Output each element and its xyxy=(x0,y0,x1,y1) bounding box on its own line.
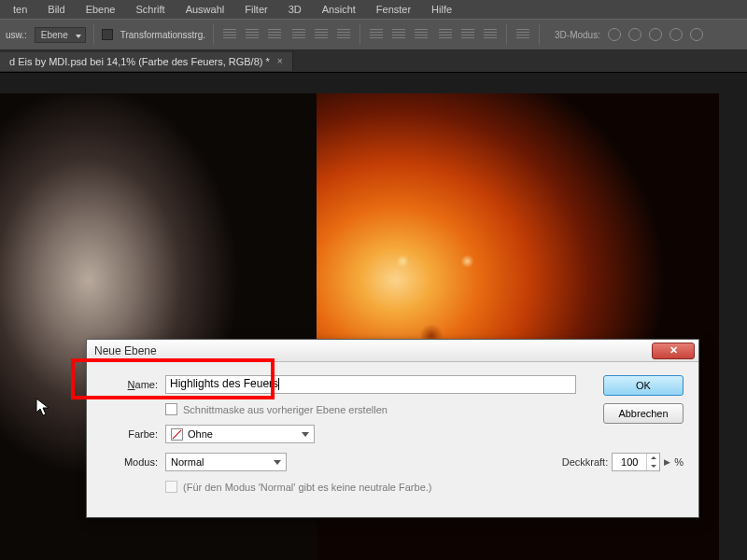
roll-3d-icon[interactable] xyxy=(628,28,641,41)
mode3d-label: 3D-Modus: xyxy=(555,30,600,40)
name-value: Highlights des Feuers xyxy=(170,377,278,390)
distribute-top-icon[interactable] xyxy=(368,26,385,43)
distribute-bottom-icon[interactable] xyxy=(413,26,430,43)
align-bottom-icon[interactable] xyxy=(266,26,283,43)
new-layer-dialog: Neue Ebene ✕ OK Abbrechen Name: Highligh… xyxy=(86,339,699,518)
menu-window[interactable]: Fenster xyxy=(367,2,420,17)
pan-3d-icon[interactable] xyxy=(649,28,662,41)
dialog-titlebar[interactable]: Neue Ebene ✕ xyxy=(87,340,698,362)
neutral-fill-hint: (Für den Modus 'Normal' gibt es keine ne… xyxy=(183,482,432,493)
main-menubar[interactable]: ten Bild Ebene Schrift Auswahl Filter 3D… xyxy=(0,0,747,19)
dialog-title: Neue Ebene xyxy=(94,344,157,357)
distribute-left-icon[interactable] xyxy=(437,26,454,43)
options-bar: usw.: Ebene Transformationsstrg. 3D-Modu… xyxy=(0,19,747,50)
name-input[interactable]: Highlights des Feuers xyxy=(165,375,576,394)
auto-align-icon[interactable] xyxy=(514,26,531,43)
dialog-close-button[interactable]: ✕ xyxy=(652,343,695,359)
clip-mask-checkbox[interactable] xyxy=(165,403,177,415)
opacity-stepper[interactable] xyxy=(646,454,659,470)
color-value: Ohne xyxy=(188,428,213,440)
name-label: Name: xyxy=(102,379,158,390)
opacity-label: Deckkraft: xyxy=(562,456,609,468)
clip-mask-label: Schnittmaske aus vorheriger Ebene erstel… xyxy=(183,404,388,415)
none-swatch-icon xyxy=(171,428,183,441)
ok-button[interactable]: OK xyxy=(603,375,684,396)
close-tab-icon[interactable]: × xyxy=(277,56,283,66)
orbit-3d-icon[interactable] xyxy=(608,28,621,41)
align-hcenter-icon[interactable] xyxy=(313,26,330,43)
slide-3d-icon[interactable] xyxy=(669,28,683,41)
menu-type[interactable]: Schrift xyxy=(126,2,174,17)
divider xyxy=(506,24,507,45)
close-icon: ✕ xyxy=(669,344,678,357)
distribute-hcenter-icon[interactable] xyxy=(459,26,476,43)
color-select[interactable]: Ohne xyxy=(165,425,315,443)
menu-filter[interactable]: Filter xyxy=(235,2,276,17)
menu-view[interactable]: Ansicht xyxy=(313,2,365,17)
transform-controls-checkbox[interactable] xyxy=(102,29,113,40)
cancel-button[interactable]: Abbrechen xyxy=(603,403,684,424)
scale-3d-icon[interactable] xyxy=(690,28,703,41)
opacity-input[interactable] xyxy=(613,454,646,470)
transform-controls-label: Transformationsstrg. xyxy=(120,30,205,40)
align-group-1 xyxy=(221,26,283,43)
document-tabbar: d Eis by MDI.psd bei 14,1% (Farbe des Fe… xyxy=(0,50,747,73)
align-vcenter-icon[interactable] xyxy=(244,26,261,43)
mode-label: Modus: xyxy=(102,456,158,468)
opacity-spinner[interactable] xyxy=(612,453,660,471)
menu-select[interactable]: Auswahl xyxy=(176,2,234,17)
distribute-vcenter-icon[interactable] xyxy=(390,26,407,43)
menu-image[interactable]: Bild xyxy=(38,2,74,17)
distribute-group-2 xyxy=(437,26,499,43)
align-top-icon[interactable] xyxy=(221,26,238,43)
color-label: Farbe: xyxy=(102,428,158,440)
opacity-suffix: % xyxy=(674,456,684,468)
document-tab-title: d Eis by MDI.psd bei 14,1% (Farbe des Fe… xyxy=(9,56,270,67)
opacity-slider-arrow-icon[interactable]: ▶ xyxy=(664,457,670,467)
menu-edit[interactable]: ten xyxy=(4,2,36,17)
menu-help[interactable]: Hilfe xyxy=(422,2,461,17)
distribute-right-icon[interactable] xyxy=(482,26,499,43)
neutral-fill-checkbox xyxy=(165,481,177,493)
autoselect-dropdown[interactable]: Ebene xyxy=(35,27,86,43)
align-right-icon[interactable] xyxy=(335,26,352,43)
divider xyxy=(539,24,540,45)
align-group-2 xyxy=(290,26,352,43)
menu-layer[interactable]: Ebene xyxy=(77,2,125,17)
mode-value: Normal xyxy=(171,456,204,468)
mode-select[interactable]: Normal xyxy=(165,453,287,471)
divider xyxy=(93,24,94,45)
menu-3d[interactable]: 3D xyxy=(279,2,311,17)
align-left-icon[interactable] xyxy=(290,26,307,43)
distribute-group-1 xyxy=(368,26,430,43)
divider xyxy=(213,24,214,45)
divider xyxy=(359,24,360,45)
options-prefix: usw.: xyxy=(6,30,27,40)
document-tab[interactable]: d Eis by MDI.psd bei 14,1% (Farbe des Fe… xyxy=(0,52,293,71)
